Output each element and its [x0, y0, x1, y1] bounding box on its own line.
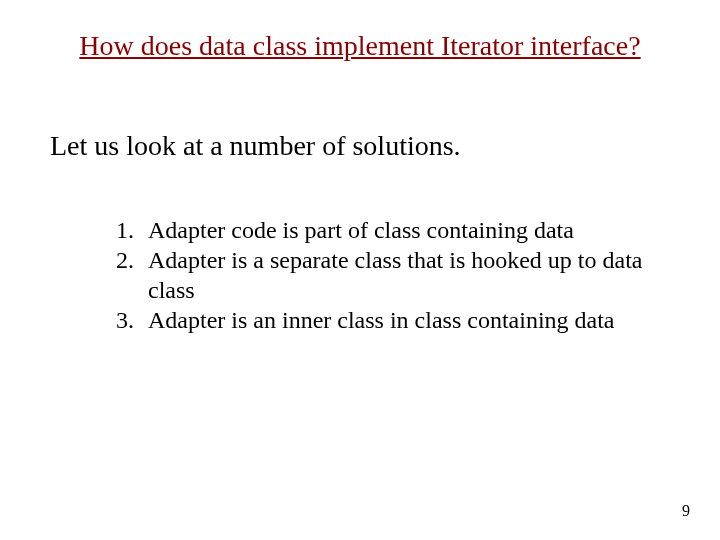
list-item: Adapter is a separate class that is hook…: [140, 245, 670, 305]
solutions-list: Adapter code is part of class containing…: [100, 215, 670, 335]
list-item: Adapter code is part of class containing…: [140, 215, 670, 245]
list-item: Adapter is an inner class in class conta…: [140, 305, 670, 335]
page-number: 9: [682, 502, 690, 520]
slide-title: How does data class implement Iterator i…: [0, 30, 720, 62]
slide-subtitle: Let us look at a number of solutions.: [50, 130, 461, 162]
slide: How does data class implement Iterator i…: [0, 0, 720, 540]
